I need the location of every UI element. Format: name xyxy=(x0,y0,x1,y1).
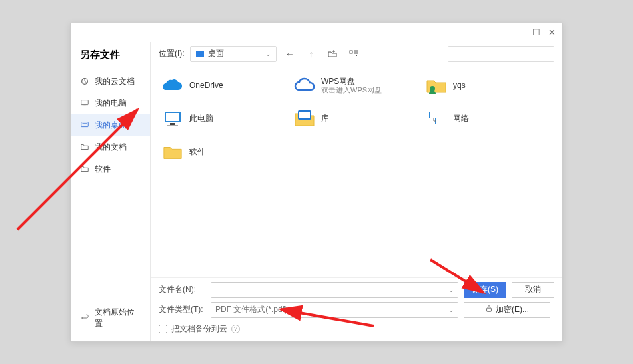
svg-rect-8 xyxy=(166,113,179,121)
svg-rect-1 xyxy=(81,100,89,105)
pc-icon xyxy=(161,108,184,130)
dialog-body: 另存文件 我的云文档 我的电脑 我的桌面 xyxy=(71,42,562,341)
svg-rect-10 xyxy=(167,125,178,126)
bottom-panel: 文件名(N): ⌄ 保存(S) 取消 文件类型(T): PDF 文件格式(*.p… xyxy=(151,277,562,341)
search-box[interactable] xyxy=(448,46,554,62)
cloud-drive-icon xyxy=(293,75,316,97)
svg-rect-12 xyxy=(299,112,310,118)
svg-rect-9 xyxy=(170,123,175,125)
folder-icon xyxy=(80,164,89,174)
location-value: 桌面 xyxy=(208,48,224,59)
svg-rect-16 xyxy=(436,118,444,124)
network-icon xyxy=(425,108,448,130)
file-name: OneDrive xyxy=(189,81,223,90)
sidebar-item-cloud-docs[interactable]: 我的云文档 xyxy=(71,71,150,92)
file-name: 此电脑 xyxy=(189,114,213,123)
svg-rect-3 xyxy=(83,123,87,124)
onedrive-icon xyxy=(161,75,184,97)
filetype-value: PDF 文件格式(*.pdf) xyxy=(215,304,287,315)
sidebar-item-original-location[interactable]: 文档原始位置 xyxy=(71,301,150,335)
file-item-user[interactable]: yqs xyxy=(422,71,554,100)
main-panel: 位置(I): 桌面 ⌄ ← ↑ xyxy=(151,42,562,341)
file-grid: OneDrive WPS网盘 双击进入WPS网盘 xyxy=(151,66,562,277)
encrypt-button[interactable]: 加密(E)... xyxy=(464,302,550,318)
sidebar-item-my-computer[interactable]: 我的电脑 xyxy=(71,92,150,114)
sidebar-item-label: 文档原始位置 xyxy=(95,307,141,329)
file-item-network[interactable]: 网络 xyxy=(422,104,554,134)
library-icon xyxy=(293,108,316,130)
file-item-this-pc[interactable]: 此电脑 xyxy=(159,104,291,134)
up-button[interactable]: ↑ xyxy=(303,46,319,62)
return-icon xyxy=(80,313,89,323)
backup-checkbox[interactable] xyxy=(159,325,167,333)
file-name: 库 xyxy=(321,114,329,123)
folder-icon xyxy=(161,141,184,164)
filetype-combo[interactable]: PDF 文件格式(*.pdf) ⌄ xyxy=(211,302,458,318)
svg-rect-14 xyxy=(430,112,438,118)
svg-point-6 xyxy=(430,86,435,91)
close-button[interactable]: ✕ xyxy=(548,27,556,37)
save-as-dialog: ☐ ✕ 另存文件 我的云文档 我的电脑 我的桌面 xyxy=(70,23,563,342)
search-input[interactable] xyxy=(455,49,555,59)
filename-combo[interactable]: ⌄ xyxy=(211,282,458,298)
backup-label: 把文档备份到云 xyxy=(171,323,227,335)
lock-icon xyxy=(485,305,493,315)
file-item-onedrive[interactable]: OneDrive xyxy=(159,71,291,100)
dialog-title: 另存文件 xyxy=(71,45,150,71)
filetype-label: 文件类型(T): xyxy=(159,304,205,315)
toolbar: 位置(I): 桌面 ⌄ ← ↑ xyxy=(151,42,562,66)
location-select[interactable]: 桌面 ⌄ xyxy=(190,46,277,62)
file-item-wps-drive[interactable]: WPS网盘 双击进入WPS网盘 xyxy=(291,71,422,100)
maximize-button[interactable]: ☐ xyxy=(532,27,540,37)
titlebar: ☐ ✕ xyxy=(71,23,562,42)
sidebar-item-desktop[interactable]: 我的桌面 xyxy=(71,114,150,136)
cloud-icon xyxy=(80,77,89,86)
sidebar-item-label: 我的文档 xyxy=(95,142,127,153)
sidebar-item-label: 我的云文档 xyxy=(95,76,135,87)
chevron-down-icon: ⌄ xyxy=(448,306,454,313)
help-icon[interactable]: ? xyxy=(231,325,240,333)
svg-rect-17 xyxy=(487,308,492,311)
file-name: yqs xyxy=(453,81,466,90)
new-folder-button[interactable] xyxy=(324,46,340,62)
svg-rect-4 xyxy=(350,51,352,53)
file-sub: 双击进入WPS网盘 xyxy=(321,86,382,94)
file-name: 软件 xyxy=(189,147,205,156)
file-item-software-folder[interactable]: 软件 xyxy=(159,138,291,167)
svg-rect-2 xyxy=(81,122,89,127)
view-mode-button[interactable] xyxy=(346,46,362,62)
sidebar-item-label: 我的电脑 xyxy=(95,98,127,109)
cancel-button[interactable]: 取消 xyxy=(512,282,554,298)
file-name: 网络 xyxy=(453,114,469,123)
monitor-icon xyxy=(80,98,89,108)
sidebar-item-label: 软件 xyxy=(95,164,111,175)
filename-label: 文件名(N): xyxy=(159,284,205,295)
user-folder-icon xyxy=(425,75,448,97)
sidebar-item-my-documents[interactable]: 我的文档 xyxy=(71,136,150,158)
folder-icon xyxy=(80,142,89,152)
file-name: WPS网盘 xyxy=(321,77,382,86)
sidebar: 另存文件 我的云文档 我的电脑 我的桌面 xyxy=(71,42,151,341)
back-button[interactable]: ← xyxy=(282,46,298,62)
file-item-libraries[interactable]: 库 xyxy=(291,104,422,134)
sidebar-item-software[interactable]: 软件 xyxy=(71,158,150,180)
save-button[interactable]: 保存(S) xyxy=(464,282,506,298)
location-label: 位置(I): xyxy=(159,48,185,59)
drive-icon xyxy=(196,51,204,57)
chevron-down-icon: ⌄ xyxy=(448,286,454,293)
sidebar-item-label: 我的桌面 xyxy=(95,120,127,131)
backup-to-cloud-row: 把文档备份到云 ? xyxy=(159,322,554,335)
chevron-down-icon: ⌄ xyxy=(265,50,271,57)
desktop-icon xyxy=(80,120,89,130)
